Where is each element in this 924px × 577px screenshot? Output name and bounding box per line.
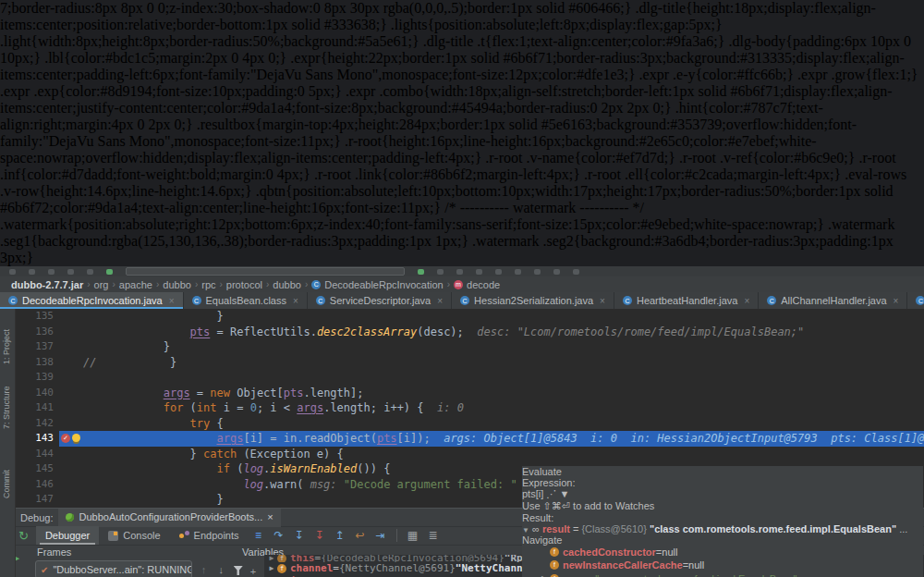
- editor-tab[interactable]: CAllChannelHandler.java×: [759, 292, 907, 309]
- tab-console[interactable]: Console: [99, 526, 169, 545]
- toolbar-icon[interactable]: [29, 269, 35, 275]
- tab-debugger[interactable]: Debugger: [36, 526, 99, 545]
- breadcrumb-item[interactable]: dubbo-2.7.7.jar: [11, 279, 83, 290]
- breadcrumb-separator-icon: ›: [220, 279, 223, 289]
- close-icon[interactable]: ×: [169, 296, 175, 306]
- close-icon[interactable]: ×: [437, 296, 443, 306]
- toolbar-icon[interactable]: [9, 269, 16, 275]
- editor-tab[interactable]: CHeartbeatHandler.java×: [614, 292, 759, 309]
- watches-hint: Use ⇧⌘⏎ to add to Watches: [522, 500, 923, 512]
- chevron-collapsed-icon[interactable]: ▶: [266, 555, 277, 562]
- class-icon: C: [767, 296, 776, 305]
- editor-tab[interactable]: CServiceDescriptor.java×: [308, 292, 452, 309]
- breadcrumb-separator-icon: ›: [113, 279, 116, 289]
- code-line[interactable]: 135 }: [15, 309, 924, 325]
- breadcrumb-item[interactable]: dubbo: [163, 279, 191, 290]
- debug-icon[interactable]: [418, 269, 424, 275]
- code-line[interactable]: 136 pts = ReflectUtils.desc2classArray(d…: [15, 325, 924, 340]
- code-line[interactable]: 144 } catch (Exception e) {: [15, 447, 924, 462]
- navigate-link[interactable]: Navigate: [522, 534, 562, 546]
- code-line[interactable]: 141 for (int i = 0; i < args.length; i++…: [15, 400, 924, 416]
- result-child-row[interactable]: fcachedConstructor = null: [522, 546, 923, 559]
- result-child-row[interactable]: ▶fname = "com.rometools.rome.feed.impl.E…: [522, 572, 923, 577]
- breadcrumb-item[interactable]: mdecode: [454, 279, 500, 290]
- breakpoint-icon[interactable]: ✓: [61, 434, 70, 443]
- editor-tab[interactable]: CAbstractPeer.java×: [907, 292, 924, 309]
- thread-selector[interactable]: ✔ "DubboServer...ain": RUNNING ▼: [35, 560, 192, 577]
- step-over-icon[interactable]: ↷: [269, 529, 289, 542]
- close-icon[interactable]: ×: [600, 296, 605, 306]
- run-configuration-box[interactable]: [126, 267, 405, 276]
- tab-label: DecodeableRpcInvocation.java: [22, 295, 163, 306]
- toolbar-icon[interactable]: [67, 269, 74, 275]
- expand-icon[interactable]: ⋰: [546, 488, 556, 499]
- toolbar-icon[interactable]: [534, 269, 541, 275]
- add-icon[interactable]: +: [246, 564, 261, 577]
- code-segment: }: [96, 356, 176, 369]
- editor-tab[interactable]: CDecodeableRpcInvocation.java×: [0, 292, 184, 309]
- sidebar-item-project[interactable]: 1: Project: [2, 329, 11, 364]
- expression-input[interactable]: pts[i] ⋰ ▼: [522, 488, 923, 500]
- intention-bulb-icon[interactable]: [72, 434, 80, 442]
- editor-tab[interactable]: CEqualsBean.class×: [184, 292, 308, 309]
- breadcrumb-item[interactable]: dubbo: [273, 279, 301, 290]
- chevron-collapsed-icon[interactable]: ▶: [539, 572, 550, 577]
- move-down-icon[interactable]: ↓: [215, 564, 227, 575]
- toolbar-icon[interactable]: [553, 269, 560, 275]
- history-dropdown-icon[interactable]: ▼: [559, 488, 569, 499]
- breadcrumb-item[interactable]: rpc: [201, 279, 215, 290]
- sidebar-item-commit[interactable]: Commit: [2, 470, 11, 498]
- separator: [396, 529, 397, 542]
- debug-session-tab[interactable]: DubboAutoConfigurationProviderBoots... ×: [58, 509, 280, 527]
- code-segment: [83, 462, 217, 475]
- result-child-row[interactable]: fnewInstanceCallerCache = null: [522, 559, 923, 571]
- run-to-cursor-icon[interactable]: ⇥: [371, 529, 391, 542]
- editor-tab[interactable]: CHessian2Serialization.java×: [452, 292, 614, 309]
- toolbar-icon[interactable]: [495, 269, 502, 275]
- close-icon[interactable]: ×: [293, 296, 298, 306]
- result-root-row[interactable]: ▼ ∞ result = {Class@5610} "class com.rom…: [522, 523, 923, 546]
- force-step-into-icon[interactable]: ↧: [310, 529, 330, 542]
- close-icon[interactable]: ×: [744, 296, 749, 306]
- breadcrumb-item[interactable]: apache: [119, 279, 152, 290]
- breadcrumb-label: rpc: [201, 279, 215, 290]
- code-line[interactable]: 140 args = new Object[pts.length];: [15, 386, 924, 401]
- code-segment: i =: [217, 401, 250, 414]
- code-line[interactable]: 143✓ args[i] = in.readObject(pts[i]); ar…: [15, 431, 924, 447]
- code-line[interactable]: 142 try {: [15, 416, 924, 432]
- toolbar-icon[interactable]: [437, 269, 444, 275]
- toolbar-icon[interactable]: [48, 269, 55, 275]
- code-segment: [83, 325, 190, 338]
- line-number: 143: [15, 431, 59, 447]
- code-segment: 0: [250, 401, 257, 414]
- step-into-icon[interactable]: ↧: [289, 529, 310, 542]
- breadcrumb-item[interactable]: CDecodeableRpcInvocation: [311, 279, 443, 290]
- tab-label: AllChannelHandler.java: [781, 295, 886, 306]
- move-up-icon[interactable]: ↑: [198, 564, 210, 575]
- step-out-icon[interactable]: ↥: [330, 529, 350, 542]
- code-line[interactable]: 139: [15, 370, 924, 386]
- code-line[interactable]: 137 }: [15, 339, 924, 355]
- dialog-titlebar[interactable]: Evaluate: [522, 466, 923, 477]
- chevron-expanded-icon[interactable]: ▼: [522, 526, 529, 534]
- breadcrumb-item[interactable]: org: [94, 279, 109, 290]
- toolbar-icon[interactable]: [573, 269, 579, 275]
- drop-frame-icon[interactable]: ↩: [350, 529, 371, 542]
- toolbar-icon[interactable]: [515, 269, 521, 275]
- close-icon[interactable]: ×: [267, 511, 273, 522]
- code-line[interactable]: 138// }: [15, 355, 924, 371]
- run-icon[interactable]: [106, 269, 113, 275]
- toolbar-icon[interactable]: [476, 269, 482, 275]
- toolbar-icon[interactable]: [87, 269, 93, 275]
- toolbar-icon[interactable]: [456, 269, 463, 275]
- tab-endpoints[interactable]: Endpoints: [170, 526, 249, 545]
- layout-settings-icon[interactable]: ≣: [423, 529, 444, 542]
- close-icon[interactable]: ×: [894, 296, 899, 306]
- evaluate-expression-icon[interactable]: ▦: [403, 529, 423, 542]
- chevron-collapsed-icon[interactable]: ▶: [266, 562, 277, 575]
- code-segment: .length];: [303, 387, 363, 399]
- rerun-icon[interactable]: ↻: [18, 529, 29, 543]
- breadcrumb-item[interactable]: protocol: [226, 279, 262, 290]
- layout-menu-icon[interactable]: ≡: [249, 529, 269, 542]
- sidebar-item-structure[interactable]: 7: Structure: [2, 386, 11, 429]
